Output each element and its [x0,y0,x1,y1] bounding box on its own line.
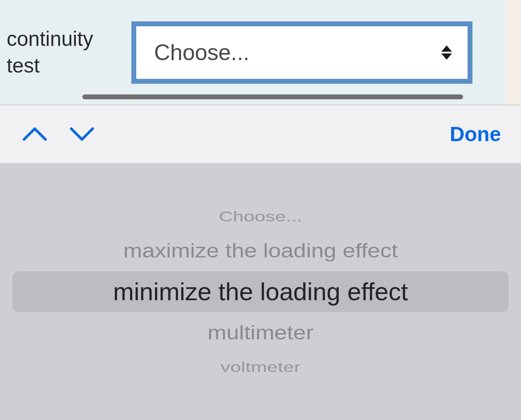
done-button[interactable]: Done [450,122,501,146]
picker-wheel[interactable]: Choose... maximize the loading effect mi… [0,200,521,383]
select-sort-icon [441,45,452,60]
picker-option[interactable]: multimeter [5,318,516,348]
form-row: continuity test Choose... [0,0,521,105]
keyboard-toolbar: Done [0,105,521,163]
field-label: continuity test [7,26,122,79]
picker-option[interactable]: maximize the loading effect [5,236,516,266]
previous-field-icon[interactable] [22,126,47,142]
picker-wheel-container[interactable]: Choose... maximize the loading effect mi… [0,163,521,420]
select-dropdown[interactable]: Choose... [131,21,472,84]
right-margin-strip [507,0,521,105]
horizontal-scrollbar[interactable] [82,94,463,99]
field-navigation [22,126,94,142]
picker-option[interactable]: Choose... [13,205,508,228]
select-wrapper: Choose... [131,21,472,84]
picker-option[interactable]: voltmeter [13,355,508,379]
picker-option-selected[interactable]: minimize the loading effect [12,271,509,312]
next-field-icon[interactable] [69,126,94,142]
select-placeholder-text: Choose... [154,40,249,65]
